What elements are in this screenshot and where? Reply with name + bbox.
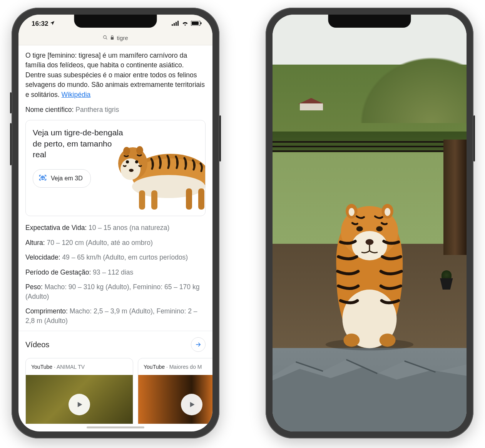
svg-rect-6 [201,22,202,24]
fact-row: Altura: 70 – 120 cm (Adulto, até ao ombr… [25,238,206,248]
svg-point-35 [343,333,360,346]
fact-row: Período de Gestação: 93 – 112 dias [25,268,206,277]
notch [328,15,411,28]
facts-list: Expectativa de Vida: 10 – 15 anos (na na… [25,223,206,325]
background-house [300,98,323,110]
svg-point-19 [129,169,134,172]
videos-more-button[interactable] [191,337,206,352]
svg-rect-3 [177,21,179,26]
cellular-icon [172,20,179,28]
view-3d-button[interactable]: Veja em 3D [33,169,91,188]
wifi-icon [182,20,189,28]
background-hill [350,48,467,123]
view-3d-label: Veja em 3D [51,175,83,182]
svg-point-32 [356,226,363,231]
home-indicator[interactable] [87,426,144,428]
ar-3d-card[interactable]: Veja um tigre-de-bengala de perto, em ta… [25,120,206,216]
svg-rect-23 [198,188,204,210]
screen-search: 16:32 [18,15,212,431]
screen-ar[interactable] [273,15,467,431]
video-duration: 15:11 [30,423,43,424]
scientific-name-row: Nome científico: Panthera tigris [25,105,206,115]
tiger-3d-preview-image [109,129,206,210]
notch [74,15,157,28]
foreground-rocks [273,348,467,431]
svg-rect-0 [172,24,173,26]
svg-point-17 [126,160,129,163]
svg-point-33 [376,226,383,231]
location-icon [50,20,55,28]
svg-rect-2 [176,22,177,26]
cube-3d-icon [38,173,47,183]
svg-line-8 [106,38,107,39]
video-duration: 3:09 [142,423,152,424]
svg-rect-21 [151,190,157,210]
play-icon [69,394,90,415]
svg-point-7 [104,36,107,39]
video-card[interactable]: YouTube · Maiores do M 3:09 [138,358,212,424]
svg-rect-20 [139,190,145,210]
url-query: tigre [117,35,128,41]
fact-row: Peso: Macho: 90 – 310 kg (Adulto), Femin… [25,282,206,301]
video-thumbnail[interactable]: 3:09 [138,375,212,424]
background-fence [273,140,467,157]
lock-icon [110,35,114,41]
svg-rect-1 [174,23,175,26]
knowledge-description: O tigre [feminino: tigresa] é um mamífer… [25,51,206,100]
svg-point-15 [123,147,130,155]
search-icon [103,35,108,41]
fact-row: Expectativa de Vida: 10 – 15 anos (na na… [25,223,206,233]
phone-frame-left: 16:32 [12,8,219,438]
status-time: 16:32 [32,20,48,28]
fact-row: Comprimento: Macho: 2,5 – 3,9 m (Adulto)… [25,306,206,325]
video-carousel[interactable]: YouTube · ANIMAL TV 15:11 YouTube · Maio… [25,358,212,424]
video-thumbnail[interactable]: 15:11 [26,375,133,424]
svg-point-36 [380,333,396,346]
svg-point-30 [349,208,355,216]
svg-point-31 [385,208,390,216]
ar-camera-scene[interactable] [273,15,467,431]
phone-frame-right [266,8,473,438]
svg-point-34 [366,239,374,245]
svg-rect-22 [186,188,192,210]
wood-post [443,140,467,255]
battery-icon [191,20,202,28]
plant-pot [438,270,455,290]
url-bar[interactable]: tigre [18,33,212,45]
videos-header: Vídeos [25,331,206,358]
svg-rect-5 [192,22,199,25]
ar-tiger-model[interactable] [310,198,429,352]
wikipedia-link[interactable]: Wikipédia [61,91,90,98]
fact-row: Velocidade: 49 – 65 km/h (Adulto, em cur… [25,253,206,262]
svg-point-16 [136,146,143,155]
search-content[interactable]: O tigre [feminino: tigresa] é um mamífer… [18,45,212,424]
svg-point-18 [135,160,138,163]
svg-rect-9 [111,37,114,40]
video-card[interactable]: YouTube · ANIMAL TV 15:11 [25,358,133,424]
play-icon [181,394,202,415]
videos-heading: Vídeos [25,339,49,350]
